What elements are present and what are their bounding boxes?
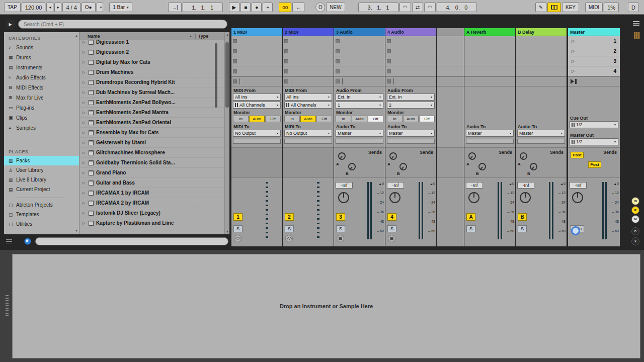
category-item[interactable]: ▣ Clips (4, 113, 79, 123)
expander-icon[interactable]: ▷ (83, 161, 89, 165)
browser-list-item[interactable]: ▷ Goldbaby Thermionic Solid Sta... (79, 158, 224, 168)
clip-slot[interactable] (385, 46, 436, 56)
expander-icon[interactable]: ▷ (83, 111, 89, 115)
track-delay-field[interactable] (517, 139, 565, 144)
volume-display[interactable]: -Inf (570, 182, 587, 189)
solo-button[interactable]: S (285, 225, 294, 232)
scene-play-icon[interactable]: ▷ (572, 39, 575, 43)
clip-slot[interactable] (231, 66, 282, 76)
place-item[interactable]: ▥ Packs (4, 156, 79, 165)
clip-slot[interactable] (334, 66, 385, 76)
track-activator-button[interactable]: 2 (285, 213, 294, 221)
draw-mode-button[interactable]: ✎ (535, 3, 546, 12)
preview-volume-knob[interactable] (571, 226, 580, 235)
expander-icon[interactable]: ▷ (83, 191, 89, 195)
track-activator-button[interactable]: 3 (336, 213, 345, 221)
place-item[interactable]: ----------------------------- (4, 194, 79, 200)
browser-list-item[interactable]: ▷ Ensemble by Max for Cats (79, 128, 224, 138)
browser-list-item[interactable]: ▷ EarthMoments ZenPad Bollywo... (79, 98, 224, 108)
send-a-post-toggle[interactable]: Post (571, 152, 584, 158)
info-toggle-icon[interactable] (24, 238, 31, 245)
clip-slot[interactable] (334, 56, 385, 66)
automation-arm-button[interactable]: oo (279, 3, 291, 12)
pan-knob[interactable] (338, 192, 349, 203)
preview-play-button[interactable]: ▶ (5, 19, 16, 30)
track-delay-field[interactable] (466, 139, 514, 144)
track-header[interactable]: 1 MIDI (231, 28, 282, 36)
arm-button[interactable] (234, 235, 242, 242)
clip-slot[interactable] (334, 46, 385, 56)
expander-icon[interactable]: ▷ (83, 201, 89, 205)
input-type-chooser[interactable]: All Ins (233, 94, 281, 101)
input-channel-chooser[interactable]: 2 (387, 102, 435, 109)
send-b-knob[interactable] (399, 163, 407, 170)
key-map-button[interactable]: KEY (562, 3, 579, 12)
follow-button[interactable]: →| (168, 3, 182, 12)
expander-icon[interactable]: ▷ (83, 60, 89, 64)
volume-display[interactable]: -Inf (387, 182, 404, 189)
clip-slot[interactable] (231, 36, 282, 46)
volume-display[interactable]: -Inf (466, 182, 483, 189)
send-a-knob[interactable] (468, 152, 476, 160)
cue-out-chooser[interactable]: 1/2 (570, 121, 618, 128)
browser-list-item[interactable]: ▷ Geisterwelt by Utami (79, 138, 224, 148)
track-activator-button[interactable]: 1 (233, 213, 243, 221)
scene-slot[interactable]: ▷ 4 (568, 66, 620, 76)
master-out-chooser[interactable]: 1/2 (570, 138, 618, 145)
browser-list-item[interactable]: ▷ Digicussion 1 (79, 37, 224, 47)
place-item[interactable]: ▥ Live 8 Library (4, 175, 79, 185)
output-chooser[interactable]: No Output (233, 130, 281, 137)
expander-icon[interactable]: ▷ (83, 121, 89, 125)
monitor-in-button[interactable]: In (387, 116, 403, 122)
volume-display[interactable]: -Inf (517, 182, 534, 189)
sidebar-scroll-up-icon[interactable]: ▲ (75, 34, 78, 37)
new-scene-button[interactable]: NEW (326, 3, 345, 12)
expander-icon[interactable]: ▷ (83, 181, 89, 185)
monitor-auto-button[interactable]: Auto (403, 116, 419, 122)
computer-midi-keyboard-toggle[interactable] (547, 3, 561, 12)
clip-slot[interactable] (231, 56, 282, 66)
clip-slot[interactable] (283, 56, 334, 66)
send-a-knob[interactable] (338, 152, 346, 160)
expander-icon[interactable]: ▷ (83, 171, 89, 175)
track-header[interactable]: Master (568, 28, 620, 36)
track-delay-field[interactable] (233, 139, 281, 144)
monitor-in-button[interactable]: In (233, 116, 249, 122)
scene-play-icon[interactable]: ▷ (572, 49, 575, 53)
clip-slot[interactable] (231, 46, 282, 56)
device-drop-area[interactable]: Drop an Instrument or Sample Here (12, 254, 640, 358)
clip-slot[interactable] (385, 66, 436, 76)
category-item[interactable]: ▤ Instruments (4, 62, 79, 72)
output-chooser[interactable]: Master (517, 130, 565, 137)
place-item[interactable]: ▤ Current Project (4, 185, 79, 194)
nudge-down-button[interactable]: ◂ (46, 3, 53, 12)
track-delay-field[interactable] (336, 139, 383, 144)
output-chooser[interactable]: No Output (284, 130, 332, 137)
solo-button[interactable]: S (233, 225, 243, 232)
browser-list-item[interactable]: ▷ Kapture by Plastikman and Liine (79, 218, 224, 228)
scene-slot[interactable]: ▷ 3 (568, 56, 620, 66)
expander-icon[interactable]: ▷ (83, 70, 89, 74)
expander-icon[interactable]: ▷ (83, 50, 89, 54)
expander-icon[interactable]: ▷ (83, 40, 89, 44)
expander-icon[interactable]: ▷ (83, 101, 89, 105)
category-item[interactable]: ⊟ MIDI Effects (4, 82, 79, 93)
pan-knob[interactable] (468, 192, 479, 203)
input-type-chooser[interactable]: All Ins (284, 94, 332, 101)
sidebar-scroll-down-icon[interactable]: ▼ (75, 229, 78, 232)
list-scrollbar-thumb[interactable] (215, 43, 217, 108)
track-delay-field[interactable] (387, 139, 435, 144)
record-button[interactable]: ● (252, 3, 262, 12)
input-type-chooser[interactable]: Ext. In (387, 94, 435, 101)
monitor-auto-button[interactable]: Auto (300, 116, 316, 122)
show-returns-toggle[interactable]: R (631, 206, 639, 214)
metronome-toggle[interactable]: O● (82, 3, 96, 12)
clip-slot[interactable] (283, 66, 334, 76)
stop-all-clips-button[interactable] (568, 76, 620, 86)
track-activator-button[interactable]: 4 (387, 213, 396, 221)
category-item[interactable]: ♪ Sounds (4, 42, 79, 52)
clip-slot[interactable] (283, 36, 334, 46)
clip-slot[interactable] (385, 56, 436, 66)
solo-button[interactable]: S (336, 225, 345, 232)
send-b-knob[interactable] (530, 163, 537, 170)
